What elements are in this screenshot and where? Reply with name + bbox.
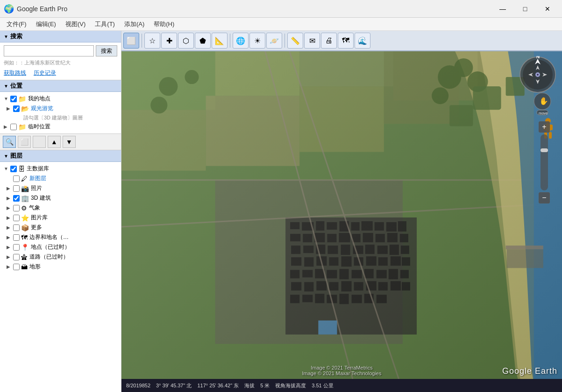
layer-gallery[interactable]: ▶ ⭐ 图片库 [0,213,121,223]
move-down-btn[interactable]: ▼ [63,136,76,148]
places-expand-icon: ▶ [7,245,13,250]
search-links: 获取路线 历史记录 [0,68,121,80]
get-route-link[interactable]: 获取路线 [4,69,26,77]
menu-edit[interactable]: 编辑(E) [31,19,61,30]
tb-move-btn[interactable]: ⬜ [123,33,139,49]
search-box: 搜索 [0,42,121,59]
search-places-btn[interactable]: 🔍 [3,136,16,148]
layers-section-header[interactable]: ▼ 图层 [0,150,121,162]
layer-3d-buildings[interactable]: ▶ 🏢 3D 建筑 [0,193,121,203]
layer-weather[interactable]: ▶ ⚙ 气象 [0,203,121,213]
copyright: Image © 2021 TerraMetrics Image © 2021 M… [302,365,382,376]
tb-water-btn[interactable]: 🌊 [355,33,370,49]
weather-checkbox[interactable] [13,205,20,211]
map-area[interactable]: N ✋ move [121,51,562,392]
tb-print-btn[interactable]: 🖨 [321,33,337,49]
window-controls: — □ ✕ [492,2,558,16]
main-db-label: 主数据库 [27,165,49,173]
new-layer-checkbox[interactable] [13,175,20,182]
tb-email-btn[interactable]: ✉ [304,33,320,49]
menu-help[interactable]: 帮助(H) [149,19,179,30]
3d-expand-icon: ▶ [7,196,13,201]
nav-hand-control[interactable]: ✋ move [534,92,551,116]
search-button[interactable]: 搜索 [96,45,117,56]
search-input[interactable] [4,45,94,56]
tb-map-btn[interactable]: 🗺 [338,33,354,49]
zoom-slider[interactable] [541,134,548,190]
zoom-in-btn[interactable]: + [539,121,550,133]
blank-btn1[interactable] [33,136,46,148]
main-db-checkbox[interactable] [10,166,17,172]
photos-checkbox[interactable] [13,185,20,192]
menu-tools[interactable]: 工具(T) [90,19,120,30]
tourism-label: 观光游览 [31,105,53,112]
layers-section: ▼ 图层 ▼ 🗄 主数据库 🖊 新图层 [0,150,121,392]
layer-places-old[interactable]: ▶ 📍 地点（已过时） [0,242,121,252]
status-elevation-label: 海拔 [244,382,255,389]
search-section-header[interactable]: ▼ 搜索 [0,31,121,42]
gallery-checkbox[interactable] [13,215,20,221]
terrain-checkbox[interactable] [13,264,20,270]
tourism-checkbox[interactable] [13,105,20,112]
position-section: ▼ 位置 ▼ 📁 我的地点 ▶ 📂 观光游览 [0,80,121,133]
layer-borders[interactable]: ▶ 🗺 边界和地名（… [0,232,121,242]
svg-rect-119 [550,125,553,130]
svg-text:N: N [536,56,540,59]
status-bar: 8/2019852 3° 39' 45.37" 北 117° 25' 36.42… [121,379,562,392]
compass-svg: N [519,56,556,93]
position-tree: ▼ 📁 我的地点 ▶ 📂 观光游览 請勾選〔3D 建築物〕圖層 [0,92,121,133]
my-places-label: 我的地点 [28,95,50,103]
tb-planet-btn[interactable]: 🪐 [266,33,282,49]
layer-roads-old[interactable]: ▶ 🛣 道路（已过时） [0,252,121,262]
layer-new[interactable]: 🖊 新图层 [0,174,121,183]
roads-old-checkbox[interactable] [13,254,20,260]
nav-hand-svg: ✋ move [534,92,551,116]
tourism-item[interactable]: ▶ 📂 观光游览 [0,104,121,113]
history-link[interactable]: 历史记录 [34,69,56,77]
tb-measure-btn[interactable]: 📏 [287,33,303,49]
gallery-label: 图片库 [31,214,48,222]
move-up-btn[interactable]: ▲ [48,136,61,148]
borders-checkbox[interactable] [13,234,20,241]
layer-more[interactable]: ▶ 📦 更多 [0,223,121,232]
tb-polygon-btn[interactable]: ⬡ [178,33,194,49]
more-checkbox[interactable] [13,224,20,231]
layer-terrain[interactable]: ▶ 🏔 地形 [0,262,121,272]
menu-view[interactable]: 视图(V) [61,19,90,30]
my-places-item[interactable]: ▼ 📁 我的地点 [0,94,121,104]
search-hint: 例如：：上海浦东新区世纪大 [0,59,121,68]
layers-btn[interactable]: ⬜ [18,136,31,148]
layer-photos[interactable]: ▶ 📸 照片 [0,183,121,193]
tb-sun-btn[interactable]: ☀ [249,33,265,49]
tb-ruler-btn[interactable]: 📐 [212,33,228,49]
roads-old-icon: 🛣 [21,253,28,261]
more-expand-icon: ▶ [7,225,13,230]
tb-placemark-btn[interactable]: ☆ [144,33,160,49]
toolbar-sep-1 [142,34,142,48]
terrain-icon: 🏔 [21,263,28,271]
menu-add[interactable]: 添加(A) [120,19,149,30]
3d-checkbox[interactable] [13,195,20,202]
layers-triangle-icon: ▼ [4,154,8,159]
restore-button[interactable]: □ [514,2,536,16]
minimize-button[interactable]: — [492,2,513,16]
layers-tree: ▼ 🗄 主数据库 🖊 新图层 ▶ 📸 照片 [0,162,121,392]
layer-main-db[interactable]: ▼ 🗄 主数据库 [0,164,121,174]
position-section-header[interactable]: ▼ 位置 [0,80,121,92]
my-places-checkbox[interactable] [10,96,17,102]
temp-checkbox[interactable] [10,124,17,130]
tb-layers-btn[interactable]: 🌐 [233,33,249,49]
zoom-out-btn[interactable]: − [539,192,550,203]
temp-location-item[interactable]: ▶ 📁 临时位置 [0,122,121,132]
toolbar-sep-2 [230,34,230,48]
tb-path-btn[interactable]: ✚ [161,33,177,49]
right-panel: ⬜ ☆ ✚ ⬡ ⬟ 📐 🌐 ☀ 🪐 📏 ✉ 🖨 🗺 🌊 [121,31,562,392]
photos-label: 照片 [31,184,42,192]
tb-overlay-btn[interactable]: ⬟ [195,33,211,49]
nav-compass[interactable]: N [519,56,556,93]
places-old-checkbox[interactable] [13,244,20,251]
position-section-label: 位置 [10,82,22,90]
menu-file[interactable]: 文件(F) [2,19,31,30]
status-eye-value: 3.51 公里 [312,382,333,389]
close-button[interactable]: ✕ [537,2,558,16]
